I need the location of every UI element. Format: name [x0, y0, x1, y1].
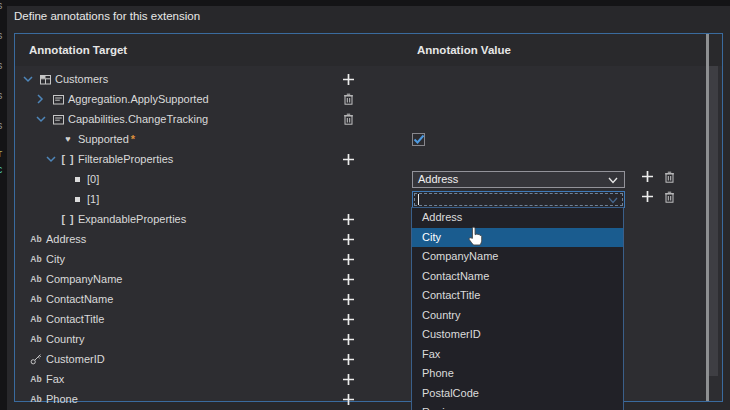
- dropdown-item[interactable]: Fax: [412, 345, 623, 365]
- chevron-down-icon[interactable]: [23, 75, 33, 83]
- tree-item-label: Fax: [44, 369, 64, 389]
- collection-icon: [ ]: [62, 209, 75, 229]
- plus-icon: [641, 170, 654, 183]
- chevron-placeholder: [46, 209, 60, 229]
- add-annotation-button[interactable]: [337, 329, 359, 349]
- tree-node[interactable]: [ ]ExpandableProperties: [15, 209, 186, 229]
- add-annotation-button[interactable]: [337, 269, 359, 289]
- plus-icon: [342, 333, 355, 346]
- annotation-value-select[interactable]: Address: [412, 171, 625, 188]
- dropdown-item[interactable]: Address: [412, 208, 623, 228]
- dropdown-item[interactable]: Region: [412, 403, 623, 410]
- tree-node[interactable]: Aggregation.ApplySupported: [15, 89, 209, 109]
- tree-item-label: ExpandableProperties: [76, 209, 186, 229]
- dropdown-item[interactable]: Phone: [412, 364, 623, 384]
- annotation-value-cell: Address: [412, 169, 675, 189]
- scrollbar-track[interactable]: [709, 66, 718, 376]
- delete-annotation-button[interactable]: [337, 89, 359, 109]
- dropdown-item[interactable]: ContactTitle: [412, 286, 623, 306]
- scrollbar-thumb[interactable]: [706, 34, 709, 401]
- plus-icon: [342, 153, 355, 166]
- tree-node[interactable]: [1]: [15, 189, 99, 209]
- dialog-title: Define annotations for this extension: [14, 10, 200, 22]
- tree-node[interactable]: AbCountry: [15, 329, 85, 349]
- tree-item-label: Customers: [53, 69, 108, 89]
- tree-node[interactable]: CustomerID: [15, 349, 105, 369]
- tree-node[interactable]: ♥Supported*: [15, 129, 135, 149]
- annotation-icon: [53, 114, 64, 125]
- dropdown-item[interactable]: Country: [412, 306, 623, 326]
- tree-node[interactable]: AbContactTitle: [15, 309, 104, 329]
- chevron-placeholder: [55, 189, 69, 209]
- add-annotation-button[interactable]: [337, 289, 359, 309]
- text-caret: [418, 194, 419, 205]
- tree-node[interactable]: AbCompanyName: [15, 269, 122, 289]
- tree-item-label: City: [44, 249, 65, 269]
- add-value-button[interactable]: [641, 169, 654, 189]
- delete-value-button[interactable]: [664, 169, 675, 189]
- add-annotation-button[interactable]: [337, 349, 359, 369]
- plus-icon: [342, 313, 355, 326]
- tree-node[interactable]: [ ]FilterableProperties: [15, 149, 173, 169]
- dropdown-item[interactable]: CompanyName: [412, 247, 623, 267]
- tree-node[interactable]: AbFax: [15, 369, 64, 389]
- chevron-right-icon[interactable]: [36, 94, 44, 104]
- delete-annotation-button[interactable]: [337, 109, 359, 129]
- tree-node[interactable]: AbContactName: [15, 289, 113, 309]
- key-icon: [30, 353, 42, 365]
- plus-icon: [342, 233, 355, 246]
- add-annotation-button[interactable]: [337, 229, 359, 249]
- chevron-placeholder: [46, 129, 60, 149]
- chevron-placeholder: [55, 169, 69, 189]
- select-value-text: Address: [418, 169, 458, 189]
- tree-item-label: [0]: [85, 169, 99, 189]
- dropdown-item[interactable]: PostalCode: [412, 384, 623, 404]
- supported-checkbox[interactable]: [412, 133, 425, 146]
- add-annotation-button[interactable]: [337, 389, 359, 409]
- dropdown-item[interactable]: ContactName: [412, 267, 623, 287]
- trash-icon: [343, 93, 354, 105]
- chevron-down-icon[interactable]: [36, 115, 46, 123]
- select-chevron-icon[interactable]: [608, 177, 618, 184]
- table-row: Customers: [15, 69, 722, 89]
- tree-node[interactable]: AbAddress: [15, 229, 86, 249]
- string-icon: Ab: [30, 269, 41, 289]
- background-text-fragment: S: [0, 92, 2, 102]
- delete-value-button[interactable]: [664, 189, 675, 209]
- grid-header: Annotation Target Annotation Value: [15, 34, 722, 66]
- tree-item-label: Aggregation.ApplySupported: [66, 89, 209, 109]
- array-item-icon: [75, 177, 80, 182]
- tree-item-label: ContactName: [44, 289, 113, 309]
- add-annotation-button[interactable]: [337, 149, 359, 169]
- select-chevron-dim-icon[interactable]: [608, 197, 618, 204]
- array-item-icon: [75, 197, 80, 202]
- tree-node[interactable]: Customers: [15, 69, 108, 89]
- table-row: [ ]FilterableProperties: [15, 149, 722, 169]
- tree-item-label: Supported: [76, 129, 129, 149]
- dropdown-item[interactable]: City: [412, 228, 623, 248]
- annotation-value-select-editing[interactable]: [412, 191, 625, 208]
- tree-node[interactable]: AbPhone: [15, 389, 78, 409]
- add-annotation-button[interactable]: [337, 69, 359, 89]
- background-top-strip: [0, 0, 730, 6]
- tree-node[interactable]: [0]: [15, 169, 99, 189]
- column-header-value: Annotation Value: [417, 44, 511, 56]
- add-annotation-button[interactable]: [337, 369, 359, 389]
- string-icon: Ab: [30, 329, 41, 349]
- tree-item-label: ContactTitle: [44, 309, 104, 329]
- plus-icon: [342, 293, 355, 306]
- tree-node[interactable]: AbCity: [15, 249, 65, 269]
- annotation-value-cell: [412, 129, 425, 149]
- tree-node[interactable]: Capabilities.ChangeTracking: [15, 109, 208, 129]
- dropdown-item[interactable]: CustomerID: [412, 325, 623, 345]
- tree-item-label: CompanyName: [44, 269, 122, 289]
- chevron-down-icon[interactable]: [46, 155, 56, 163]
- string-icon: Ab: [30, 369, 41, 389]
- value-dropdown-list: AddressCityCompanyNameContactNameContact…: [411, 207, 624, 410]
- plus-icon: [342, 73, 355, 86]
- add-annotation-button[interactable]: [337, 249, 359, 269]
- add-annotation-button[interactable]: [337, 209, 359, 229]
- tree-item-label: Phone: [44, 389, 78, 409]
- add-value-button[interactable]: [641, 189, 654, 209]
- add-annotation-button[interactable]: [337, 309, 359, 329]
